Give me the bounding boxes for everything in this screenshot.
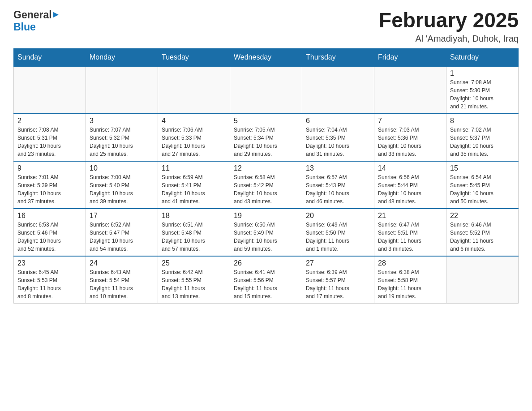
day-info: Sunrise: 6:51 AM Sunset: 5:48 PM Dayligh…	[162, 221, 226, 253]
title-block: February 2025 Al 'Amadiyah, Duhok, Iraq	[379, 9, 519, 44]
calendar-week-1: 1Sunrise: 7:08 AM Sunset: 5:30 PM Daylig…	[14, 66, 519, 114]
day-number: 20	[306, 212, 370, 220]
calendar-week-2: 2Sunrise: 7:08 AM Sunset: 5:31 PM Daylig…	[14, 114, 519, 161]
day-info: Sunrise: 7:01 AM Sunset: 5:39 PM Dayligh…	[17, 173, 82, 206]
day-info: Sunrise: 7:08 AM Sunset: 5:30 PM Dayligh…	[450, 78, 515, 111]
day-info: Sunrise: 6:45 AM Sunset: 5:53 PM Dayligh…	[17, 268, 82, 300]
logo-triangle-icon	[52, 11, 60, 20]
calendar-cell: 24Sunrise: 6:43 AM Sunset: 5:54 PM Dayli…	[86, 256, 158, 304]
calendar-cell	[14, 66, 86, 114]
calendar-table: SundayMondayTuesdayWednesdayThursdayFrid…	[13, 48, 519, 304]
calendar-cell: 3Sunrise: 7:07 AM Sunset: 5:32 PM Daylig…	[86, 114, 158, 161]
day-info: Sunrise: 6:39 AM Sunset: 5:57 PM Dayligh…	[306, 268, 370, 300]
day-number: 5	[234, 117, 298, 125]
svg-marker-0	[53, 12, 59, 17]
day-number: 15	[450, 164, 515, 172]
day-info: Sunrise: 7:00 AM Sunset: 5:40 PM Dayligh…	[90, 173, 154, 206]
calendar-cell: 25Sunrise: 6:42 AM Sunset: 5:55 PM Dayli…	[158, 256, 230, 304]
calendar-cell: 2Sunrise: 7:08 AM Sunset: 5:31 PM Daylig…	[14, 114, 86, 161]
month-title: February 2025	[379, 9, 519, 32]
calendar-cell	[158, 66, 230, 114]
weekday-header-row: SundayMondayTuesdayWednesdayThursdayFrid…	[14, 48, 519, 66]
day-info: Sunrise: 6:41 AM Sunset: 5:56 PM Dayligh…	[234, 268, 298, 300]
day-number: 22	[450, 212, 515, 220]
day-number: 9	[17, 164, 82, 172]
calendar-cell	[302, 66, 374, 114]
calendar-cell	[374, 66, 446, 114]
calendar-cell	[230, 66, 302, 114]
day-info: Sunrise: 6:38 AM Sunset: 5:58 PM Dayligh…	[378, 268, 442, 300]
logo: General Blue	[13, 9, 60, 33]
day-number: 23	[17, 259, 82, 267]
calendar-cell: 19Sunrise: 6:50 AM Sunset: 5:49 PM Dayli…	[230, 209, 302, 256]
day-info: Sunrise: 7:05 AM Sunset: 5:34 PM Dayligh…	[234, 126, 298, 158]
day-number: 12	[234, 164, 298, 172]
day-number: 1	[450, 69, 515, 77]
weekday-header-thursday: Thursday	[302, 48, 374, 66]
day-info: Sunrise: 6:43 AM Sunset: 5:54 PM Dayligh…	[90, 268, 154, 300]
day-number: 27	[306, 259, 370, 267]
day-number: 14	[378, 164, 442, 172]
day-number: 11	[162, 164, 226, 172]
day-number: 16	[17, 212, 82, 220]
calendar-cell: 16Sunrise: 6:53 AM Sunset: 5:46 PM Dayli…	[14, 209, 86, 256]
calendar-cell: 10Sunrise: 7:00 AM Sunset: 5:40 PM Dayli…	[86, 161, 158, 209]
weekday-header-wednesday: Wednesday	[230, 48, 302, 66]
calendar-cell: 21Sunrise: 6:47 AM Sunset: 5:51 PM Dayli…	[374, 209, 446, 256]
day-number: 3	[90, 117, 154, 125]
calendar-cell: 22Sunrise: 6:46 AM Sunset: 5:52 PM Dayli…	[446, 209, 519, 256]
calendar-cell: 4Sunrise: 7:06 AM Sunset: 5:33 PM Daylig…	[158, 114, 230, 161]
day-number: 25	[162, 259, 226, 267]
day-info: Sunrise: 6:49 AM Sunset: 5:50 PM Dayligh…	[306, 221, 370, 253]
day-info: Sunrise: 6:54 AM Sunset: 5:45 PM Dayligh…	[450, 173, 515, 206]
day-number: 2	[17, 117, 82, 125]
day-number: 8	[450, 117, 515, 125]
day-info: Sunrise: 6:53 AM Sunset: 5:46 PM Dayligh…	[17, 221, 82, 253]
calendar-cell: 26Sunrise: 6:41 AM Sunset: 5:56 PM Dayli…	[230, 256, 302, 304]
page-header: General Blue February 2025 Al 'Amadiyah,…	[13, 9, 519, 44]
calendar-cell: 5Sunrise: 7:05 AM Sunset: 5:34 PM Daylig…	[230, 114, 302, 161]
day-info: Sunrise: 7:02 AM Sunset: 5:37 PM Dayligh…	[450, 126, 515, 158]
calendar-cell: 17Sunrise: 6:52 AM Sunset: 5:47 PM Dayli…	[86, 209, 158, 256]
day-info: Sunrise: 7:03 AM Sunset: 5:36 PM Dayligh…	[378, 126, 442, 158]
calendar-week-5: 23Sunrise: 6:45 AM Sunset: 5:53 PM Dayli…	[14, 256, 519, 304]
day-info: Sunrise: 7:07 AM Sunset: 5:32 PM Dayligh…	[90, 126, 154, 158]
day-number: 4	[162, 117, 226, 125]
calendar-cell: 13Sunrise: 6:57 AM Sunset: 5:43 PM Dayli…	[302, 161, 374, 209]
day-number: 26	[234, 259, 298, 267]
calendar-cell: 18Sunrise: 6:51 AM Sunset: 5:48 PM Dayli…	[158, 209, 230, 256]
day-info: Sunrise: 6:47 AM Sunset: 5:51 PM Dayligh…	[378, 221, 442, 253]
calendar-cell: 27Sunrise: 6:39 AM Sunset: 5:57 PM Dayli…	[302, 256, 374, 304]
day-info: Sunrise: 7:08 AM Sunset: 5:31 PM Dayligh…	[17, 126, 82, 158]
day-number: 10	[90, 164, 154, 172]
calendar-cell: 11Sunrise: 6:59 AM Sunset: 5:41 PM Dayli…	[158, 161, 230, 209]
day-number: 24	[90, 259, 154, 267]
calendar-cell: 15Sunrise: 6:54 AM Sunset: 5:45 PM Dayli…	[446, 161, 519, 209]
calendar-cell: 8Sunrise: 7:02 AM Sunset: 5:37 PM Daylig…	[446, 114, 519, 161]
calendar-cell: 23Sunrise: 6:45 AM Sunset: 5:53 PM Dayli…	[14, 256, 86, 304]
day-info: Sunrise: 6:58 AM Sunset: 5:42 PM Dayligh…	[234, 173, 298, 206]
day-number: 18	[162, 212, 226, 220]
day-info: Sunrise: 6:46 AM Sunset: 5:52 PM Dayligh…	[450, 221, 515, 253]
weekday-header-friday: Friday	[374, 48, 446, 66]
weekday-header-monday: Monday	[86, 48, 158, 66]
day-number: 7	[378, 117, 442, 125]
day-number: 13	[306, 164, 370, 172]
weekday-header-sunday: Sunday	[14, 48, 86, 66]
calendar-cell: 28Sunrise: 6:38 AM Sunset: 5:58 PM Dayli…	[374, 256, 446, 304]
calendar-week-4: 16Sunrise: 6:53 AM Sunset: 5:46 PM Dayli…	[14, 209, 519, 256]
day-info: Sunrise: 6:56 AM Sunset: 5:44 PM Dayligh…	[378, 173, 442, 206]
day-info: Sunrise: 6:52 AM Sunset: 5:47 PM Dayligh…	[90, 221, 154, 253]
weekday-header-saturday: Saturday	[446, 48, 519, 66]
day-number: 19	[234, 212, 298, 220]
logo-general-text: General	[13, 9, 52, 21]
logo-blue-text: Blue	[13, 21, 36, 33]
day-number: 21	[378, 212, 442, 220]
calendar-cell: 14Sunrise: 6:56 AM Sunset: 5:44 PM Dayli…	[374, 161, 446, 209]
calendar-week-3: 9Sunrise: 7:01 AM Sunset: 5:39 PM Daylig…	[14, 161, 519, 209]
day-info: Sunrise: 7:06 AM Sunset: 5:33 PM Dayligh…	[162, 126, 226, 158]
day-number: 28	[378, 259, 442, 267]
day-info: Sunrise: 6:50 AM Sunset: 5:49 PM Dayligh…	[234, 221, 298, 253]
location-title: Al 'Amadiyah, Duhok, Iraq	[379, 34, 519, 44]
day-info: Sunrise: 6:42 AM Sunset: 5:55 PM Dayligh…	[162, 268, 226, 300]
